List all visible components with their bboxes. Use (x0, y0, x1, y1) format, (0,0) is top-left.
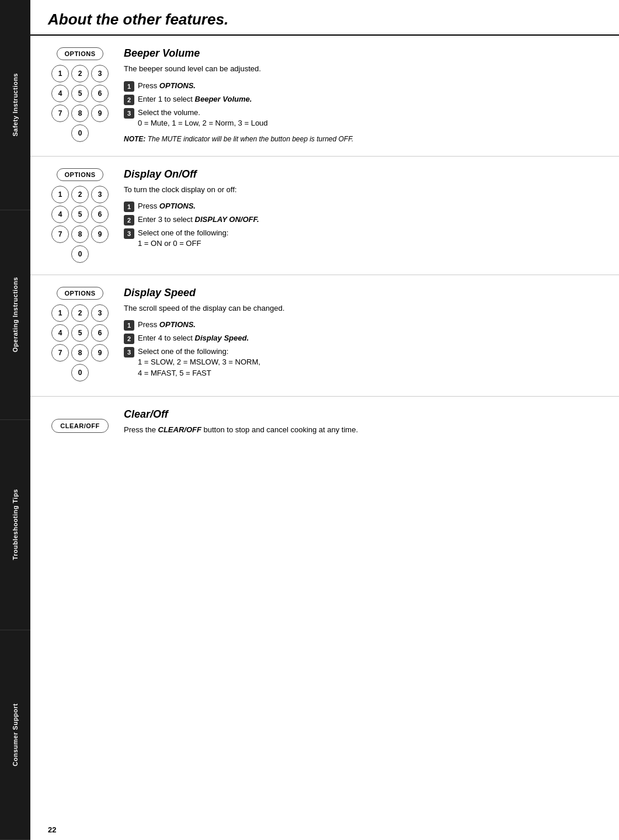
display-speed-step-2: 2 Enter 4 to select Display Speed. (124, 333, 601, 344)
display-onoff-keypad: 1 2 3 4 5 6 7 8 9 0 (51, 186, 109, 263)
step-num-3c: 3 (124, 228, 134, 239)
clear-off-description: Press the CLEAR/OFF button to stop and c… (124, 424, 601, 436)
sidebar-section-troubleshooting: Troubleshooting Tips (0, 420, 30, 630)
display-onoff-step-2: 2 Enter 3 to select DISPLAY ON/OFF. (124, 214, 601, 225)
display-onoff-content: Display On/Off To turn the clock display… (124, 168, 601, 255)
display-onoff-description: To turn the clock display on or off: (124, 184, 601, 196)
note-label: NOTE: (124, 135, 145, 143)
options-button-beeper[interactable]: OPTIONS (57, 47, 103, 60)
keypad-row-3d: 7 8 9 (51, 344, 109, 362)
clear-off-content: Clear/Off Press the CLEAR/OFF button to … (124, 408, 601, 442)
keypad-row-2d: 4 5 6 (51, 324, 109, 342)
display-speed-step-3: 3 Select one of the following:1 = SLOW, … (124, 346, 601, 379)
key-1[interactable]: 1 (51, 65, 69, 82)
key-2d[interactable]: 2 (71, 304, 89, 322)
key-7[interactable]: 7 (51, 105, 69, 122)
key-7b[interactable]: 7 (51, 225, 69, 243)
key-3b[interactable]: 3 (91, 186, 109, 203)
step-text-3e: Select one of the following:1 = SLOW, 2 … (138, 346, 260, 379)
key-1b[interactable]: 1 (51, 186, 69, 203)
sidebar-label-safety: Safety Instructions (12, 73, 19, 137)
display-speed-description: The scroll speed of the display can be c… (124, 303, 601, 314)
beeper-volume-content: Beeper Volume The beeper sound level can… (124, 47, 601, 144)
display-speed-step-1: 1 Press OPTIONS. (124, 320, 601, 331)
key-0d[interactable]: 0 (71, 364, 89, 381)
keypad-row-4d: 0 (51, 364, 109, 381)
beeper-volume-title: Beeper Volume (124, 47, 601, 60)
sidebar-label-troubleshooting: Troubleshooting Tips (12, 489, 19, 560)
step-text-1: Press OPTIONS. (138, 81, 196, 91)
beeper-volume-steps: 1 Press OPTIONS. 2 Enter 1 to select Bee… (124, 81, 601, 129)
page-number: 22 (30, 820, 619, 840)
step-num-2: 2 (124, 95, 134, 105)
key-6b[interactable]: 6 (91, 206, 109, 223)
key-3[interactable]: 3 (91, 65, 109, 82)
beeper-volume-section: OPTIONS 1 2 3 4 5 6 7 8 9 0 (30, 36, 619, 157)
keypad-row-4b: 0 (51, 245, 109, 263)
step-text-2: Enter 1 to select Beeper Volume. (138, 94, 252, 105)
key-7d[interactable]: 7 (51, 344, 69, 362)
page-title: About the other features. (30, 0, 619, 36)
keypad-row-3: 7 8 9 (51, 105, 109, 122)
key-3d[interactable]: 3 (91, 304, 109, 322)
key-9b[interactable]: 9 (91, 225, 109, 243)
main-content: About the other features. OPTIONS 1 2 3 … (30, 0, 619, 840)
keypad-row-1: 1 2 3 (51, 65, 109, 82)
key-8d[interactable]: 8 (71, 344, 89, 362)
display-onoff-step-3: 3 Select one of the following:1 = ON or … (124, 228, 601, 249)
step-num-1: 1 (124, 81, 134, 92)
options-button-display-onoff[interactable]: OPTIONS (57, 168, 103, 181)
display-onoff-section: OPTIONS 1 2 3 4 5 6 7 8 9 0 (30, 157, 619, 275)
key-0[interactable]: 0 (71, 124, 89, 142)
sidebar: Safety Instructions Operating Instructio… (0, 0, 30, 840)
beeper-volume-note: NOTE: The MUTE indicator will be lit whe… (124, 134, 601, 144)
display-onoff-title: Display On/Off (124, 168, 601, 181)
display-speed-section: OPTIONS 1 2 3 4 5 6 7 8 9 0 (30, 275, 619, 397)
clear-off-title: Clear/Off (124, 408, 601, 421)
beeper-step-1: 1 Press OPTIONS. (124, 81, 601, 92)
sidebar-section-consumer: Consumer Support (0, 630, 30, 841)
key-1d[interactable]: 1 (51, 304, 69, 322)
keypad-row-3b: 7 8 9 (51, 225, 109, 243)
keypad-row-4: 0 (51, 124, 109, 142)
step-text-1c: Press OPTIONS. (138, 201, 196, 211)
clearoff-button-container: CLEAR/OFF (48, 408, 112, 433)
step-text-3c: Select one of the following:1 = ON or 0 … (138, 228, 228, 249)
options-button-display-speed[interactable]: OPTIONS (57, 287, 103, 300)
key-6[interactable]: 6 (91, 85, 109, 102)
keypad-row-2: 4 5 6 (51, 85, 109, 102)
key-8[interactable]: 8 (71, 105, 89, 122)
beeper-keypad: 1 2 3 4 5 6 7 8 9 0 (51, 65, 109, 142)
step-num-3e: 3 (124, 347, 134, 357)
key-9[interactable]: 9 (91, 105, 109, 122)
key-0b[interactable]: 0 (71, 245, 89, 263)
clearoff-button[interactable]: CLEAR/OFF (51, 419, 108, 433)
display-speed-keypad: 1 2 3 4 5 6 7 8 9 0 (51, 304, 109, 381)
display-speed-content: Display Speed The scroll speed of the di… (124, 287, 601, 384)
key-4[interactable]: 4 (51, 85, 69, 102)
display-speed-keypad-container: OPTIONS 1 2 3 4 5 6 7 8 9 0 (48, 287, 112, 381)
sidebar-section-safety: Safety Instructions (0, 0, 30, 210)
key-2b[interactable]: 2 (71, 186, 89, 203)
step-text-1e: Press OPTIONS. (138, 320, 196, 330)
key-9d[interactable]: 9 (91, 344, 109, 362)
key-5b[interactable]: 5 (71, 206, 89, 223)
sidebar-label-operating: Operating Instructions (12, 277, 19, 352)
key-2[interactable]: 2 (71, 65, 89, 82)
keypad-row-1d: 1 2 3 (51, 304, 109, 322)
step-num-2e: 2 (124, 334, 134, 344)
display-onoff-keypad-container: OPTIONS 1 2 3 4 5 6 7 8 9 0 (48, 168, 112, 263)
key-8b[interactable]: 8 (71, 225, 89, 243)
key-5[interactable]: 5 (71, 85, 89, 102)
step-text-3: Select the volume.0 = Mute, 1 = Low, 2 =… (138, 107, 268, 129)
key-4b[interactable]: 4 (51, 206, 69, 223)
key-5d[interactable]: 5 (71, 324, 89, 342)
display-onoff-step-1: 1 Press OPTIONS. (124, 201, 601, 212)
beeper-step-2: 2 Enter 1 to select Beeper Volume. (124, 94, 601, 105)
keypad-row-2b: 4 5 6 (51, 206, 109, 223)
key-4d[interactable]: 4 (51, 324, 69, 342)
sidebar-section-operating: Operating Instructions (0, 210, 30, 421)
display-speed-steps: 1 Press OPTIONS. 2 Enter 4 to select Dis… (124, 320, 601, 379)
step-num-1e: 1 (124, 320, 134, 331)
key-6d[interactable]: 6 (91, 324, 109, 342)
